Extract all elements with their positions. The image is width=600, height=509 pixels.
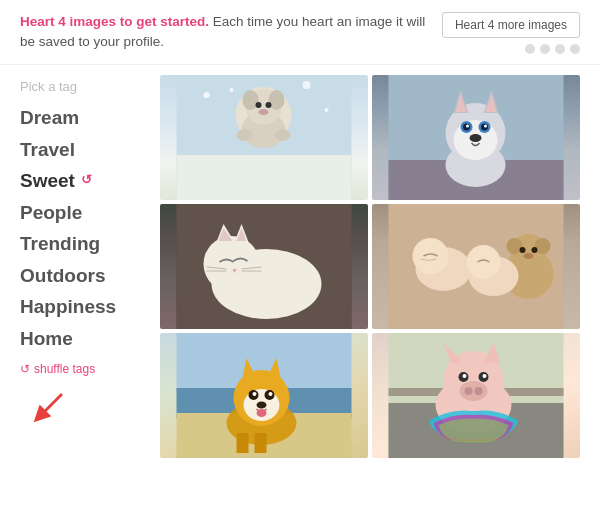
- svg-point-27: [479, 121, 491, 133]
- svg-point-10: [259, 109, 269, 115]
- svg-point-6: [243, 90, 259, 110]
- image-1[interactable]: [160, 75, 368, 200]
- svg-point-11: [237, 129, 253, 141]
- svg-line-0: [40, 394, 62, 416]
- tag-home-label: Home: [20, 325, 73, 353]
- main-content: Pick a tag Dream Travel Sweet ↺ People T…: [0, 65, 600, 468]
- svg-rect-61: [177, 413, 352, 458]
- svg-rect-77: [389, 388, 564, 396]
- shuffle-icon: ↺: [20, 362, 30, 376]
- tag-travel-label: Travel: [20, 136, 75, 164]
- svg-point-20: [446, 103, 506, 163]
- tag-people[interactable]: People: [20, 197, 150, 229]
- svg-point-12: [275, 129, 291, 141]
- svg-point-29: [481, 124, 488, 131]
- svg-point-28: [463, 124, 470, 131]
- svg-point-49: [511, 234, 547, 270]
- svg-rect-33: [177, 204, 352, 329]
- shuffle-label: shuffle tags: [34, 362, 95, 376]
- heart-prompt-text: Heart 4 images to get started. Each time…: [20, 12, 426, 53]
- svg-marker-88: [444, 343, 464, 363]
- svg-rect-34: [177, 204, 352, 329]
- tag-travel[interactable]: Travel: [20, 134, 150, 166]
- svg-point-7: [269, 90, 285, 110]
- svg-point-26: [461, 121, 473, 133]
- svg-rect-60: [177, 388, 352, 418]
- svg-point-69: [249, 390, 259, 400]
- image-3[interactable]: [160, 204, 368, 329]
- svg-rect-47: [389, 204, 564, 329]
- svg-rect-1: [177, 75, 352, 200]
- spinner-icon: ↺: [81, 171, 92, 190]
- svg-rect-17: [389, 75, 564, 200]
- tag-trending[interactable]: Trending: [20, 228, 150, 260]
- svg-marker-39: [219, 228, 233, 241]
- svg-line-44: [242, 267, 262, 269]
- svg-point-35: [212, 249, 322, 319]
- svg-point-62: [227, 401, 297, 445]
- svg-point-3: [236, 87, 292, 143]
- svg-point-70: [265, 390, 275, 400]
- svg-point-19: [446, 143, 506, 187]
- tag-list: Dream Travel Sweet ↺ People Trending Out…: [20, 102, 150, 354]
- svg-rect-2: [177, 155, 352, 200]
- svg-point-84: [459, 372, 469, 382]
- svg-point-30: [466, 125, 469, 128]
- tag-sweet[interactable]: Sweet ↺: [20, 165, 150, 197]
- svg-point-81: [460, 381, 488, 401]
- svg-rect-59: [177, 333, 352, 393]
- svg-marker-66: [242, 358, 259, 383]
- arrow-icon: [30, 386, 70, 426]
- svg-point-78: [436, 377, 512, 433]
- svg-point-53: [532, 247, 538, 253]
- svg-line-42: [207, 267, 227, 269]
- tag-outdoors[interactable]: Outdoors: [20, 260, 150, 292]
- tag-home[interactable]: Home: [20, 323, 150, 355]
- svg-point-31: [484, 125, 487, 128]
- svg-point-71: [253, 392, 257, 396]
- tag-dream[interactable]: Dream: [20, 102, 150, 134]
- shuffle-tags[interactable]: ↺ shuffle tags: [20, 362, 150, 376]
- svg-marker-22: [484, 90, 499, 113]
- sidebar: Pick a tag Dream Travel Sweet ↺ People T…: [20, 75, 150, 458]
- image-6[interactable]: [372, 333, 580, 458]
- heart-prompt-highlight: Heart 4 images to get started.: [20, 14, 209, 29]
- svg-point-5: [246, 89, 282, 125]
- image-4[interactable]: [372, 204, 580, 329]
- svg-point-8: [256, 102, 262, 108]
- svg-point-48: [504, 249, 554, 299]
- svg-point-65: [234, 370, 290, 426]
- tag-outdoors-label: Outdoors: [20, 262, 106, 290]
- svg-point-50: [507, 238, 523, 254]
- tag-happiness[interactable]: Happiness: [20, 291, 150, 323]
- image-5[interactable]: [160, 333, 368, 458]
- svg-point-82: [465, 387, 473, 395]
- svg-marker-21: [454, 90, 469, 113]
- image-grid: [160, 75, 580, 458]
- dot-1: [525, 44, 535, 54]
- svg-point-68: [244, 389, 280, 421]
- heart-more-button[interactable]: Heart 4 more images: [442, 12, 580, 38]
- svg-point-16: [303, 81, 311, 89]
- dot-3: [555, 44, 565, 54]
- image-2[interactable]: [372, 75, 580, 200]
- svg-point-13: [204, 92, 210, 98]
- svg-point-72: [269, 392, 273, 396]
- svg-point-74: [257, 409, 267, 417]
- svg-rect-63: [237, 433, 249, 453]
- svg-rect-18: [389, 160, 564, 200]
- tag-happiness-label: Happiness: [20, 293, 116, 321]
- svg-point-9: [266, 102, 272, 108]
- svg-marker-24: [486, 95, 497, 112]
- svg-point-57: [469, 256, 519, 296]
- arrow-indicator: [20, 386, 150, 430]
- svg-point-86: [463, 374, 467, 378]
- svg-point-52: [520, 247, 526, 253]
- top-bar: Heart 4 images to get started. Each time…: [0, 0, 600, 65]
- dot-2: [540, 44, 550, 54]
- prompt-area: Heart 4 images to get started. Each time…: [20, 12, 426, 53]
- svg-point-36: [204, 236, 260, 292]
- svg-point-54: [524, 253, 534, 259]
- progress-dots: [525, 44, 580, 54]
- tag-sweet-label: Sweet: [20, 167, 75, 195]
